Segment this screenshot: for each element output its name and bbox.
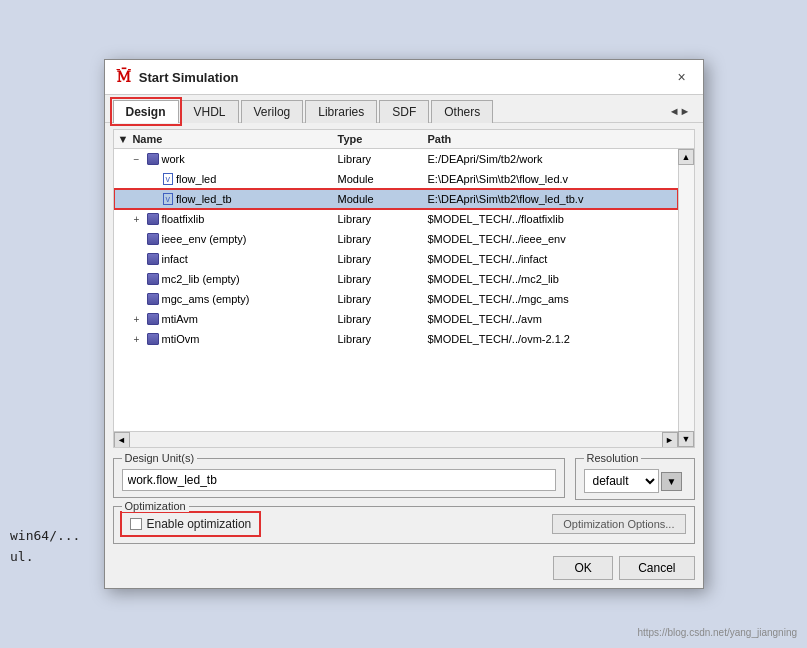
title-bar-left: M̄ Start Simulation (117, 69, 239, 86)
lib-icon-mc2-lib (147, 273, 159, 285)
vscroll-track (679, 165, 694, 431)
bg-text: win64/... ul. (10, 526, 80, 568)
tree-row[interactable]: infact Library $MODEL_TECH/../infact (114, 249, 678, 269)
path-mtiavm: $MODEL_TECH/../avm (428, 313, 674, 325)
tree-name-floatfixlib: + floatfixlib (118, 213, 338, 225)
lib-icon-work (147, 153, 159, 165)
path-mc2-lib: $MODEL_TECH/../mc2_lib (428, 273, 674, 285)
resolution-group: Resolution default ▼ (575, 458, 695, 500)
tree-content-area: ▼ Name Type Path − work Library (113, 129, 695, 448)
tab-sdf[interactable]: SDF (379, 100, 429, 123)
enable-optimization-container: Enable optimization (122, 513, 260, 535)
tree-name-mtiovm: + mtiOvm (118, 333, 338, 345)
type-mtiavm: Library (338, 313, 428, 325)
tree-row[interactable]: − work Library E:/DEApri/Sim/tb2/work (114, 149, 678, 169)
lib-icon-floatfixlib (147, 213, 159, 225)
tab-vhdl[interactable]: VHDL (181, 100, 239, 123)
tree-body: − work Library E:/DEApri/Sim/tb2/work v (114, 149, 678, 431)
v-scrollbar: ▲ ▼ (678, 149, 694, 447)
label-flow-led: flow_led (176, 173, 216, 185)
dialog-title: Start Simulation (139, 70, 239, 85)
tab-others[interactable]: Others (431, 100, 493, 123)
type-mtiovm: Library (338, 333, 428, 345)
hscroll-right[interactable]: ► (662, 432, 678, 448)
tree-row[interactable]: mc2_lib (empty) Library $MODEL_TECH/../m… (114, 269, 678, 289)
path-work: E:/DEApri/Sim/tb2/work (428, 153, 674, 165)
tab-verilog[interactable]: Verilog (241, 100, 304, 123)
tab-nav[interactable]: ◄► (665, 103, 695, 119)
tree-row[interactable]: + mtiAvm Library $MODEL_TECH/../avm (114, 309, 678, 329)
expand-floatfixlib[interactable]: + (134, 214, 144, 225)
tabs-container: Design VHDL Verilog Libraries SDF Others (113, 99, 494, 122)
filter-icon[interactable]: ▼ (118, 133, 129, 145)
expand-work[interactable]: − (134, 154, 144, 165)
label-floatfixlib: floatfixlib (162, 213, 205, 225)
tree-col-name: ▼ Name (118, 133, 338, 145)
tree-name-mc2-lib: mc2_lib (empty) (118, 273, 338, 285)
bottom-section: Design Unit(s) Resolution default ▼ Opti… (105, 454, 703, 552)
app-icon: M̄ (117, 69, 131, 86)
resolution-dropdown-btn[interactable]: ▼ (661, 472, 683, 491)
tree-row[interactable]: v flow_led Module E:\DEApri\Sim\tb2\flow… (114, 169, 678, 189)
label-work: work (162, 153, 185, 165)
resolution-select[interactable]: default (584, 469, 659, 493)
expand-mtiovm[interactable]: + (134, 334, 144, 345)
label-mtiavm: mtiAvm (162, 313, 198, 325)
type-ieee-env: Library (338, 233, 428, 245)
tree-name-flow-led: v flow_led (118, 173, 338, 185)
path-mtiovm: $MODEL_TECH/../ovm-2.1.2 (428, 333, 674, 345)
tree-name-mgc-ams: mgc_ams (empty) (118, 293, 338, 305)
hscroll-left[interactable]: ◄ (114, 432, 130, 448)
type-mc2-lib: Library (338, 273, 428, 285)
tree-name-flow-led-tb: v flow_led_tb (118, 193, 338, 205)
label-infact: infact (162, 253, 188, 265)
path-ieee-env: $MODEL_TECH/../ieee_env (428, 233, 674, 245)
type-work: Library (338, 153, 428, 165)
title-bar: M̄ Start Simulation × (105, 60, 703, 95)
type-infact: Library (338, 253, 428, 265)
expand-mtiavm[interactable]: + (134, 314, 144, 325)
lib-icon-mtiovm (147, 333, 159, 345)
tree-row-flow-led-tb[interactable]: v flow_led_tb Module E:\DEApri\Sim\tb2\f… (114, 189, 678, 209)
label-mgc-ams: mgc_ams (empty) (162, 293, 250, 305)
label-ieee-env: ieee_env (empty) (162, 233, 247, 245)
dialog-footer: OK Cancel (105, 552, 703, 588)
type-flow-led-tb: Module (338, 193, 428, 205)
type-flow-led: Module (338, 173, 428, 185)
tree-content-row: − work Library E:/DEApri/Sim/tb2/work v (114, 149, 694, 447)
tree-row[interactable]: + mtiOvm Library $MODEL_TECH/../ovm-2.1.… (114, 329, 678, 349)
close-button[interactable]: × (673, 68, 691, 86)
optimization-options-button[interactable]: Optimization Options... (552, 514, 685, 534)
optimization-label: Optimization (122, 500, 189, 512)
design-unit-label: Design Unit(s) (122, 452, 198, 464)
tree-scroll-container: − work Library E:/DEApri/Sim/tb2/work v (114, 149, 678, 447)
path-infact: $MODEL_TECH/../infact (428, 253, 674, 265)
label-mc2-lib: mc2_lib (empty) (162, 273, 240, 285)
resolution-select-row: default ▼ (584, 469, 686, 493)
enable-optimization-label: Enable optimization (147, 517, 252, 531)
module-icon-flow-led-tb: v (163, 193, 174, 205)
tab-design[interactable]: Design (113, 100, 179, 123)
bg-watermark: https://blog.csdn.net/yang_jiangning (637, 627, 797, 638)
type-floatfixlib: Library (338, 213, 428, 225)
path-mgc-ams: $MODEL_TECH/../mgc_ams (428, 293, 674, 305)
enable-optimization-checkbox[interactable] (130, 518, 142, 530)
lib-icon-ieee-env (147, 233, 159, 245)
tree-row[interactable]: + floatfixlib Library $MODEL_TECH/../flo… (114, 209, 678, 229)
tree-name-mtiavm: + mtiAvm (118, 313, 338, 325)
design-unit-input[interactable] (122, 469, 556, 491)
vscroll-down[interactable]: ▼ (678, 431, 694, 447)
resolution-label: Resolution (584, 452, 642, 464)
vscroll-up[interactable]: ▲ (678, 149, 694, 165)
type-mgc-ams: Library (338, 293, 428, 305)
ok-button[interactable]: OK (553, 556, 613, 580)
tree-col-type: Type (338, 133, 428, 145)
tree-row[interactable]: mgc_ams (empty) Library $MODEL_TECH/../m… (114, 289, 678, 309)
tab-libraries[interactable]: Libraries (305, 100, 377, 123)
tree-row[interactable]: ieee_env (empty) Library $MODEL_TECH/../… (114, 229, 678, 249)
optimization-group: Optimization Enable optimization Optimiz… (113, 506, 695, 544)
cancel-button[interactable]: Cancel (619, 556, 694, 580)
tree-name-ieee-env: ieee_env (empty) (118, 233, 338, 245)
tree-col-path: Path (428, 133, 690, 145)
h-scrollbar: ◄ ► (114, 431, 678, 447)
